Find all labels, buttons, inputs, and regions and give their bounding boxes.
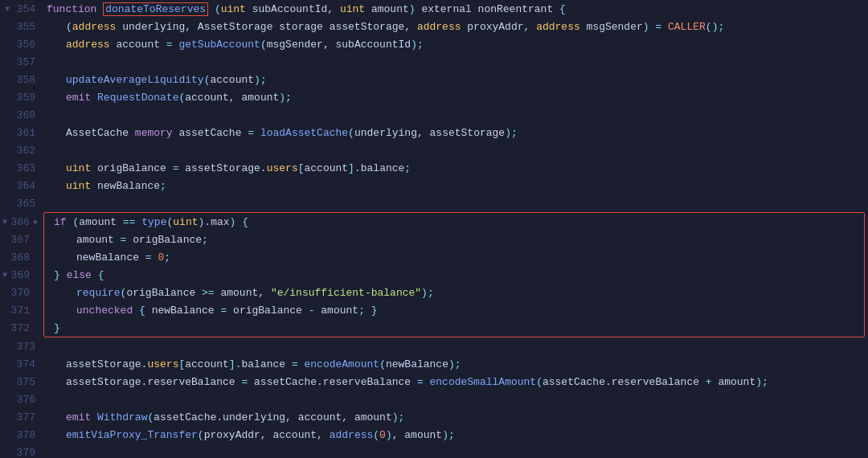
code-line-369: } else { — [44, 266, 864, 284]
code-line-375: 375 assetStorage.reserveBalance = assetC… — [0, 373, 868, 391]
code-line-371: unchecked { newBalance = origBalance - a… — [44, 301, 864, 319]
code-line-361: 361 AssetCache memory assetCache = loadA… — [0, 124, 868, 141]
code-line-366: ▼ if (amount == type(uint).max) { — [44, 213, 864, 231]
code-line-358: 358 updateAverageLiquidity(account); — [0, 71, 868, 88]
code-line-362: 362 — [0, 141, 868, 159]
code-line-370: require(origBalance >= amount, "e/insuff… — [44, 284, 864, 301]
code-line-356: 356 address account = getSubAccount(msgS… — [0, 35, 868, 53]
code-line-377: 377 emit Withdraw(assetCache.underlying,… — [0, 408, 868, 426]
code-line-355: 355 (address underlying, AssetStorage st… — [0, 18, 868, 35]
code-line-378: 378 emitViaProxy_Transfer(proxyAddr, acc… — [0, 426, 868, 444]
code-line-379: 379 — [0, 444, 868, 458]
code-line-367: amount = origBalance; — [44, 231, 864, 248]
code-line-372: } — [44, 319, 864, 337]
line-content-354: function donateToReserves (uint subAccou… — [43, 3, 566, 15]
code-line-363: 363 uint origBalance = assetStorage.user… — [0, 159, 868, 177]
code-line-365: 365 — [0, 194, 868, 212]
code-editor: ▼ 354 function donateToReserves (uint su… — [0, 0, 868, 458]
code-line-374: 374 assetStorage.users[account].balance … — [0, 355, 868, 373]
function-name-highlight: donateToReserves — [103, 2, 208, 16]
line-num-354: 354 — [14, 3, 43, 15]
code-line-354: ▼ 354 function donateToReserves (uint su… — [0, 0, 868, 18]
code-line-357: 357 — [0, 53, 868, 71]
fold-arrow-354: ▼ — [0, 5, 14, 14]
caller-token: CALLER — [668, 21, 706, 33]
red-box-section: ▼ if (amount == type(uint).max) { amount… — [43, 212, 865, 337]
code-line-373: 373 — [0, 337, 868, 355]
code-line-376: 376 — [0, 391, 868, 408]
code-line-364: 364 uint newBalance; — [0, 177, 868, 194]
code-line-360: 360 — [0, 106, 868, 124]
code-line-368: newBalance = 0; — [44, 248, 864, 266]
code-line-359: 359 emit RequestDonate(account, amount); — [0, 88, 868, 106]
